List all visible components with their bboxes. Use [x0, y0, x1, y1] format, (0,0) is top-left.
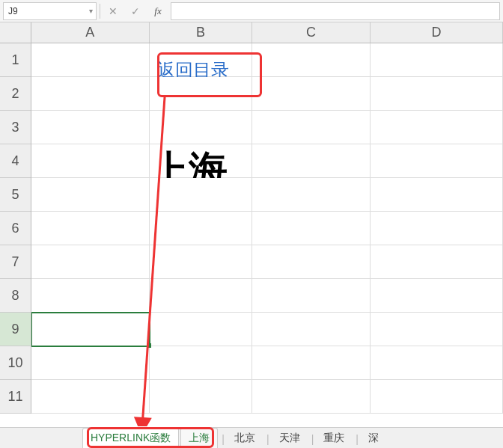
cell[interactable] — [31, 279, 150, 313]
tab-shanghai[interactable]: 上海 — [180, 428, 218, 448]
spreadsheet-grid: A B C D 1 2 3 4 5 6 7 8 9 10 11 返回目录 — [0, 22, 503, 426]
cell[interactable] — [150, 279, 253, 313]
cell[interactable] — [371, 43, 503, 77]
cell[interactable] — [31, 43, 150, 77]
sheet-tabs: HYPERLINK函数 上海 | 北京 | 天津 | 重庆 | 深 — [0, 427, 503, 448]
tab-chongqing[interactable]: 重庆 — [316, 429, 352, 448]
tab-hyperlink[interactable]: HYPERLINK函数 — [82, 428, 179, 448]
row-header[interactable]: 8 — [0, 279, 31, 313]
row-header[interactable]: 11 — [0, 380, 31, 414]
row-headers: 1 2 3 4 5 6 7 8 9 10 11 — [0, 43, 31, 414]
name-box[interactable]: J9 ▾ — [3, 2, 97, 20]
col-header-d[interactable]: D — [371, 22, 503, 43]
cell[interactable] — [150, 380, 253, 414]
cell[interactable] — [150, 245, 253, 279]
cell[interactable] — [252, 212, 371, 245]
tab-separator: | — [219, 433, 227, 448]
chevron-down-icon[interactable]: ▾ — [89, 7, 93, 15]
name-box-value: J9 — [8, 6, 18, 16]
cell[interactable] — [252, 111, 371, 144]
cell[interactable] — [150, 111, 253, 144]
tab-separator: | — [353, 433, 361, 448]
cell[interactable] — [31, 77, 150, 111]
fx-icon[interactable]: fx — [148, 2, 168, 20]
row-header[interactable]: 6 — [0, 212, 31, 245]
row-header[interactable]: 7 — [0, 245, 31, 279]
cell-b4[interactable]: 上海 — [150, 144, 253, 178]
col-header-b[interactable]: B — [150, 22, 253, 43]
cell[interactable] — [150, 178, 253, 212]
tab-separator: | — [264, 433, 272, 448]
cell[interactable] — [371, 346, 503, 380]
col-header-a[interactable]: A — [31, 22, 150, 43]
cell[interactable] — [371, 245, 503, 279]
cell[interactable] — [371, 313, 503, 346]
tab-tianjin[interactable]: 天津 — [272, 429, 308, 448]
cell[interactable] — [371, 380, 503, 414]
cell[interactable] — [150, 212, 253, 245]
cell[interactable] — [252, 178, 371, 212]
cell[interactable] — [252, 279, 371, 313]
formula-input[interactable] — [171, 2, 500, 20]
cell[interactable] — [31, 245, 150, 279]
cell[interactable] — [252, 245, 371, 279]
cell[interactable] — [150, 346, 253, 380]
cell[interactable] — [371, 77, 503, 111]
formula-bar: J9 ▾ ✕ ✓ fx — [0, 0, 503, 22]
select-all-corner[interactable] — [0, 22, 31, 43]
separator — [100, 4, 100, 19]
tab-separator: | — [309, 433, 317, 448]
cell[interactable] — [31, 346, 150, 380]
tab-shen[interactable]: 深 — [361, 429, 386, 448]
cell[interactable] — [252, 346, 371, 380]
cell[interactable] — [371, 144, 503, 178]
cell[interactable] — [252, 144, 371, 178]
cell-a9-selected[interactable] — [31, 313, 150, 346]
row-header[interactable]: 2 — [0, 77, 31, 111]
cell-b1[interactable]: 返回目录 — [150, 43, 253, 77]
column-headers: A B C D — [31, 22, 503, 43]
cell[interactable] — [31, 212, 150, 245]
cell[interactable] — [31, 111, 150, 144]
cell[interactable] — [31, 178, 150, 212]
cell[interactable] — [371, 111, 503, 144]
cell[interactable] — [252, 43, 371, 77]
col-header-c[interactable]: C — [252, 22, 371, 43]
cell[interactable] — [252, 380, 371, 414]
cancel-icon[interactable]: ✕ — [103, 2, 123, 20]
row-header[interactable]: 10 — [0, 346, 31, 380]
cell[interactable] — [252, 313, 371, 346]
cell[interactable] — [31, 144, 150, 178]
cell[interactable] — [371, 212, 503, 245]
tab-beijing[interactable]: 北京 — [227, 429, 263, 448]
row-header[interactable]: 1 — [0, 43, 31, 77]
cell[interactable] — [371, 279, 503, 313]
row-header[interactable]: 9 — [0, 313, 31, 346]
cell[interactable] — [371, 178, 503, 212]
cell[interactable] — [252, 77, 371, 111]
cells-area: 返回目录 上海 — [31, 43, 503, 426]
row-header[interactable]: 5 — [0, 178, 31, 212]
row-header[interactable]: 4 — [0, 144, 31, 178]
cell[interactable] — [150, 313, 253, 346]
row-header[interactable]: 3 — [0, 111, 31, 144]
cell[interactable] — [31, 380, 150, 414]
cell[interactable] — [150, 77, 253, 111]
confirm-icon[interactable]: ✓ — [126, 2, 145, 20]
